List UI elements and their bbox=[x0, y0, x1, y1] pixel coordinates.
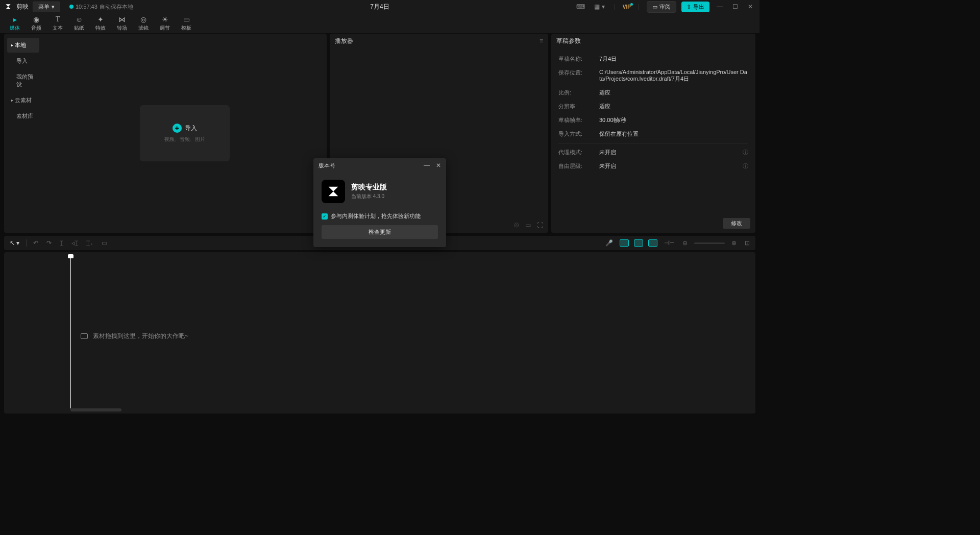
caret-icon: ▸ bbox=[11, 98, 13, 103]
param-row-path: 保存位置:C:/Users/Administrator/AppData/Loca… bbox=[558, 66, 748, 86]
layout-icon[interactable]: ▦ ▾ bbox=[592, 2, 606, 11]
document-title: 7月4日 bbox=[370, 3, 389, 11]
minimize-icon[interactable]: — bbox=[424, 162, 430, 169]
export-button[interactable]: ⇧ 导出 bbox=[681, 2, 709, 12]
zoom-button[interactable] bbox=[648, 239, 657, 247]
tab-text[interactable]: T文本 bbox=[47, 13, 68, 33]
params-title: 草稿参数 bbox=[556, 37, 581, 45]
beta-checkbox-row[interactable]: ✓ 参与内测体验计划，抢先体验新功能 bbox=[322, 212, 438, 220]
chevron-down-icon: ▾ bbox=[52, 4, 55, 10]
zoom-in-icon[interactable]: ⊕ bbox=[730, 238, 738, 248]
delete-button[interactable]: ▭ bbox=[100, 238, 109, 248]
zoom-button[interactable] bbox=[634, 239, 643, 247]
redo-button[interactable]: ↷ bbox=[45, 238, 53, 248]
param-value: 适应 bbox=[599, 89, 748, 96]
filter-icon: ◎ bbox=[140, 15, 146, 23]
undo-button[interactable]: ↶ bbox=[32, 238, 40, 248]
tab-audio[interactable]: ◉音频 bbox=[26, 13, 47, 33]
cursor-tool[interactable]: ↖ ▾ bbox=[8, 238, 21, 248]
zoom-slider[interactable] bbox=[694, 242, 725, 244]
param-label: 导入方式: bbox=[558, 130, 599, 138]
divider bbox=[558, 143, 748, 143]
tab-label: 音频 bbox=[31, 25, 41, 32]
param-row-layers: 自由层级:未开启ⓘ bbox=[558, 159, 748, 173]
media-sidebar: ▸本地 导入 我的预设 ▸云素材 素材库 bbox=[4, 34, 42, 233]
import-dropzone[interactable]: + 导入 视频、音频、图片 bbox=[140, 105, 230, 161]
magnet-icon[interactable]: ⊣⊢ bbox=[663, 238, 676, 248]
titlebar: 剪映 菜单 ▾ 10:57:43 自动保存本地 7月4日 ⌨ ▦ ▾ | VIP… bbox=[0, 0, 760, 13]
info-icon[interactable]: ⓘ bbox=[743, 162, 748, 170]
param-row-name: 草稿名称:7月4日 bbox=[558, 52, 748, 66]
hint-text: 素材拖拽到这里，开始你的大作吧~ bbox=[93, 332, 188, 341]
beta-text: 参与内测体验计划，抢先体验新功能 bbox=[331, 212, 421, 220]
sidebar-item-cloud[interactable]: ▸云素材 bbox=[7, 93, 39, 108]
focus-icon[interactable]: ⦾ bbox=[514, 222, 519, 229]
sidebar-item-label: 导入 bbox=[16, 57, 28, 65]
tab-sticker[interactable]: ☺贴纸 bbox=[68, 13, 90, 33]
tab-label: 媒体 bbox=[10, 25, 20, 32]
sidebar-item-library[interactable]: 素材库 bbox=[7, 109, 39, 124]
fit-icon[interactable]: ⊡ bbox=[743, 238, 751, 248]
param-label: 草稿名称: bbox=[558, 55, 599, 63]
zoom-out-icon[interactable]: ⊖ bbox=[681, 238, 689, 248]
sticker-icon: ☺ bbox=[76, 15, 83, 23]
sidebar-item-label: 我的预设 bbox=[16, 73, 35, 88]
zoom-button[interactable] bbox=[620, 239, 629, 247]
minimize-button[interactable]: — bbox=[715, 2, 725, 12]
tab-label: 贴纸 bbox=[74, 25, 84, 32]
sidebar-item-presets[interactable]: 我的预设 bbox=[7, 69, 39, 92]
tab-filter[interactable]: ◎滤镜 bbox=[133, 13, 154, 33]
vip-badge[interactable]: VIP bbox=[623, 4, 631, 10]
app-logo-icon bbox=[4, 3, 12, 11]
ratio-icon[interactable]: ▭ bbox=[525, 222, 531, 229]
divider: | bbox=[636, 2, 642, 11]
tab-effects[interactable]: ✦特效 bbox=[90, 13, 111, 33]
fullscreen-icon[interactable]: ⛶ bbox=[537, 222, 543, 229]
checkbox-icon[interactable]: ✓ bbox=[322, 213, 328, 220]
tab-media[interactable]: ▸媒体 bbox=[4, 13, 26, 33]
param-label: 保存位置: bbox=[558, 69, 599, 83]
clip-icon bbox=[81, 333, 88, 339]
vip-dot-icon bbox=[630, 3, 633, 6]
param-row-import: 导入方式:保留在原有位置 bbox=[558, 127, 748, 141]
menu-button[interactable]: 菜单 ▾ bbox=[33, 2, 60, 12]
sidebar-item-local[interactable]: ▸本地 bbox=[7, 38, 39, 53]
scrollbar[interactable] bbox=[70, 408, 121, 411]
check-update-label: 检查更新 bbox=[369, 229, 391, 235]
maximize-button[interactable]: ☐ bbox=[730, 2, 740, 12]
menu-icon[interactable]: ≡ bbox=[540, 37, 543, 44]
keyboard-icon[interactable]: ⌨ bbox=[574, 2, 587, 11]
tool-button[interactable]: ⌶▹ bbox=[85, 238, 95, 248]
export-label: 导出 bbox=[693, 3, 704, 11]
tab-adjust[interactable]: ☀调节 bbox=[154, 13, 176, 33]
split-button[interactable]: ⌶ bbox=[58, 238, 65, 248]
review-icon: ▭ bbox=[652, 4, 657, 10]
close-button[interactable]: ✕ bbox=[745, 2, 755, 12]
transition-icon: ⋈ bbox=[118, 15, 126, 23]
param-label: 代理模式: bbox=[558, 149, 599, 156]
autosave-text: 自动保存本地 bbox=[100, 3, 133, 11]
info-icon[interactable]: ⓘ bbox=[743, 149, 748, 156]
playhead[interactable] bbox=[70, 255, 71, 408]
sidebar-item-import[interactable]: 导入 bbox=[7, 54, 39, 68]
param-value: 7月4日 bbox=[599, 55, 748, 63]
modify-button[interactable]: 修改 bbox=[723, 218, 750, 229]
param-label: 比例: bbox=[558, 89, 599, 96]
adjust-icon: ☀ bbox=[162, 15, 168, 23]
mic-icon[interactable]: 🎤 bbox=[604, 238, 615, 248]
param-value: 30.00帧/秒 bbox=[599, 116, 748, 124]
tab-transition[interactable]: ⋈转场 bbox=[111, 13, 133, 33]
player-title: 播放器 bbox=[335, 37, 353, 45]
export-icon: ⇧ bbox=[687, 4, 691, 10]
tab-template[interactable]: ▭模板 bbox=[176, 13, 197, 33]
tool-button[interactable]: ◃⌶ bbox=[70, 238, 80, 248]
close-icon[interactable]: ✕ bbox=[436, 162, 441, 169]
tab-label: 特效 bbox=[95, 25, 106, 32]
param-row-proxy: 代理模式:未开启ⓘ bbox=[558, 145, 748, 159]
check-update-button[interactable]: 检查更新 bbox=[322, 225, 438, 239]
param-value: 适应 bbox=[599, 103, 748, 110]
review-button[interactable]: ▭ 审阅 bbox=[647, 1, 676, 13]
divider bbox=[26, 239, 27, 247]
timeline[interactable]: 素材拖拽到这里，开始你的大作吧~ bbox=[4, 252, 755, 414]
app-title: 剪映专业版 bbox=[351, 183, 387, 192]
